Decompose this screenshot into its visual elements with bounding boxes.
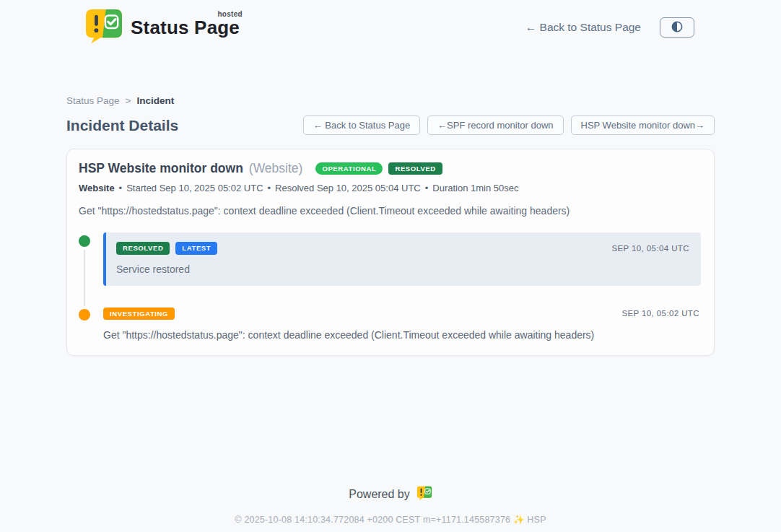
prev-incident-button[interactable]: ←SPF record monitor down xyxy=(427,115,563,135)
timeline-message: Service restored xyxy=(116,263,689,275)
latest-badge: LATEST xyxy=(175,242,217,255)
meta-bullet: • xyxy=(268,183,271,193)
theme-toggle-button[interactable] xyxy=(660,17,694,38)
timeline-timestamp: SEP 10, 05:04 UTC xyxy=(611,244,689,253)
breadcrumb-incident: Incident xyxy=(136,95,174,106)
incident-nav-buttons: ← Back to Status Page ←SPF record monito… xyxy=(303,115,715,135)
incident-description: Get "https://hostedstatus.page": context… xyxy=(79,205,701,217)
resolved-badge: RESOLVED xyxy=(388,162,442,175)
timeline-dot-green xyxy=(79,235,90,247)
meta-component: Website xyxy=(79,183,115,193)
meta-resolved: Resolved Sep 10, 2025 05:04 UTC xyxy=(275,183,421,193)
meta-bullet: • xyxy=(425,183,429,193)
meta-bullet: • xyxy=(119,183,123,193)
meta-duration: Duration 1min 50sec xyxy=(432,183,518,193)
timeline-entry-investigating: INVESTIGATING SEP 10, 05:02 UTC Get "htt… xyxy=(79,306,701,341)
powered-by-label: Powered by xyxy=(349,488,410,501)
back-to-status-page-link[interactable]: ← Back to Status Page xyxy=(525,21,641,34)
resolved-badge: RESOLVED xyxy=(116,242,170,255)
statuspage-logo-icon xyxy=(84,9,123,46)
powered-by[interactable]: Powered by xyxy=(349,486,432,503)
investigating-badge: INVESTIGATING xyxy=(103,308,175,320)
next-incident-button[interactable]: HSP Website monitor down→ xyxy=(571,115,715,135)
timeline-dot-orange xyxy=(79,309,90,320)
incident-card: HSP Website monitor down (Website) OPERA… xyxy=(66,149,715,356)
timeline-message: Get "https://hostedstatus.page": context… xyxy=(103,329,699,341)
brand-superscript: hosted xyxy=(217,10,243,18)
page-title: Incident Details xyxy=(66,117,178,134)
breadcrumb: Status Page > Incident xyxy=(66,95,715,106)
footer: Powered by © 2025-10-08 14:10:34.772084 … xyxy=(66,486,715,532)
breadcrumb-separator: > xyxy=(126,95,131,106)
back-to-status-page-button[interactable]: ← Back to Status Page xyxy=(303,115,420,135)
timeline-timestamp: SEP 10, 05:02 UTC xyxy=(621,309,699,318)
breadcrumb-status-page[interactable]: Status Page xyxy=(66,95,120,106)
contrast-half-circle-icon xyxy=(670,19,684,36)
statuspage-logo[interactable]: Status Page hosted xyxy=(84,9,240,46)
copyright-line: © 2025-10-08 14:10:34.772084 +0200 CEST … xyxy=(66,514,715,532)
brand-name: Status Page hosted xyxy=(131,17,240,39)
incident-title: HSP Website monitor down xyxy=(79,161,243,176)
timeline-entry-resolved: RESOLVED LATEST SEP 10, 05:04 UTC Servic… xyxy=(79,232,701,286)
operational-badge: OPERATIONAL xyxy=(315,162,383,175)
statuspage-mini-logo-icon xyxy=(416,486,432,503)
meta-started: Started Sep 10, 2025 05:02 UTC xyxy=(126,183,263,193)
incident-component: (Website) xyxy=(249,161,303,176)
incident-meta: Website • Started Sep 10, 2025 05:02 UTC… xyxy=(79,183,701,193)
header: Status Page hosted ← Back to Status Page xyxy=(0,0,781,45)
main-content: Status Page > Incident Incident Details … xyxy=(66,95,715,532)
incident-timeline: RESOLVED LATEST SEP 10, 05:04 UTC Servic… xyxy=(79,232,701,341)
